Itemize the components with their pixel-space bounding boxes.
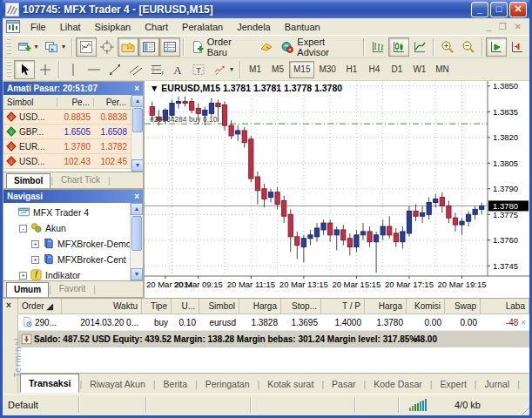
- close-order-icon[interactable]: ×: [521, 318, 526, 327]
- terminal-tab-peringatan[interactable]: Peringatan: [198, 375, 258, 393]
- market-watch-row[interactable]: ↓USD...102.43102.45: [3, 154, 131, 169]
- new-chart-button[interactable]: ▾: [14, 37, 41, 57]
- line-chart-button[interactable]: [409, 37, 430, 57]
- market-watch-tab-chart-tick[interactable]: Chart Tick: [53, 172, 108, 188]
- expert-advisor-button[interactable]: Expert Advisor: [277, 37, 360, 57]
- profile-status[interactable]: Default: [3, 397, 79, 413]
- scroll-up-icon[interactable]: ▲: [131, 203, 143, 215]
- resize-grip[interactable]: [517, 403, 529, 415]
- crosshair-tool-button[interactable]: [35, 60, 56, 79]
- market-watch-scrollbar[interactable]: ▲ ▼: [131, 95, 143, 172]
- collapse-icon[interactable]: -: [19, 225, 27, 233]
- crosshair-mode-button[interactable]: [97, 37, 118, 57]
- market-watch-close-icon[interactable]: ×: [134, 84, 139, 93]
- menu-file[interactable]: File: [24, 20, 53, 34]
- terminal-col-komisi[interactable]: Komisi: [407, 299, 445, 314]
- scroll-up-icon[interactable]: ▲: [131, 95, 143, 107]
- vertical-line-tool-button[interactable]: [63, 60, 84, 79]
- horizontal-line-tool-button[interactable]: [84, 60, 104, 79]
- expand-icon[interactable]: +: [31, 240, 39, 248]
- tree-item-mfxbroker-demo[interactable]: +MFXBroker-Demo: [3, 236, 130, 252]
- terminal-tab-transaksi[interactable]: Transaksi: [20, 374, 79, 393]
- market-watch-row[interactable]: ↑GBP...1.65051.6508: [3, 125, 131, 139]
- chart-canvas[interactable]: 1.38501.38351.38201.38051.37901.37751.37…: [145, 81, 530, 298]
- templates-button[interactable]: [118, 37, 138, 57]
- chart-shift-button[interactable]: [507, 37, 528, 57]
- terminal-tab-berita[interactable]: Berita: [156, 375, 195, 393]
- candlestick-chart-button[interactable]: [388, 37, 409, 57]
- order-row[interactable]: 290...2014.03.20 0...buy0.10eurusd1.3828…: [18, 314, 529, 331]
- chart-window[interactable]: 1.38501.38351.38201.38051.37901.37751.37…: [144, 81, 530, 298]
- tree-item-indikator[interactable]: +fIndikator: [3, 267, 130, 280]
- maximize-button[interactable]: □: [490, 2, 508, 17]
- toolbar-grip[interactable]: [7, 38, 11, 56]
- toolbar-grip[interactable]: [7, 61, 11, 78]
- tick-chart-button[interactable]: [76, 37, 97, 57]
- scroll-down-icon[interactable]: ▼: [131, 159, 143, 172]
- expand-icon[interactable]: +: [19, 272, 27, 280]
- profiles-button[interactable]: ▾: [41, 37, 68, 57]
- menu-chart[interactable]: Chart: [138, 20, 175, 34]
- navigator-close-icon[interactable]: ×: [134, 192, 139, 201]
- terminal-col-order[interactable]: Order ◢: [18, 299, 62, 314]
- market-watch-toggle-button[interactable]: [138, 37, 159, 57]
- menu-sisipkan[interactable]: Sisipkan: [88, 20, 138, 34]
- terminal-col-waktu[interactable]: Waktu: [62, 299, 142, 314]
- terminal-tab-kode-dasar[interactable]: Kode Dasar: [366, 375, 429, 393]
- terminal-tab-pasar[interactable]: Pasar: [324, 375, 363, 393]
- timeframe-h1-button[interactable]: H1: [340, 61, 363, 78]
- timeframe-m1-button[interactable]: M1: [244, 61, 266, 78]
- close-button[interactable]: ✕: [509, 2, 527, 17]
- order-baru-button[interactable]: Order Baru: [187, 37, 257, 57]
- tree-item-akun[interactable]: -Akun: [3, 220, 130, 236]
- menu-jendela[interactable]: Jendela: [230, 20, 278, 34]
- timeframe-mn-button[interactable]: MN: [431, 61, 454, 78]
- terminal-col-tipe[interactable]: Tipe: [142, 299, 172, 314]
- timeframe-w1-button[interactable]: W1: [408, 61, 431, 78]
- market-watch-titlebar[interactable]: Amati Pasar: 20:51:07 ×: [3, 82, 143, 95]
- navigator-scrollbar[interactable]: ▲ ▼: [130, 203, 143, 280]
- channel-tool-button[interactable]: [125, 60, 146, 79]
- tree-item-mfx-trader-4[interactable]: MFX Trader 4: [3, 205, 130, 220]
- text-tool-button[interactable]: A: [167, 60, 188, 79]
- navigator-toggle-button[interactable]: [159, 37, 180, 57]
- terminal-tab-riwayat-akun[interactable]: Riwayat Akun: [82, 375, 153, 393]
- terminal-col-harga[interactable]: Harga: [365, 299, 407, 314]
- timeframe-h4-button[interactable]: H4: [363, 61, 386, 78]
- market-watch-row[interactable]: ↓USD...0.88350.8838: [3, 110, 131, 125]
- terminal-col-stop-[interactable]: Stop...: [281, 299, 321, 314]
- col-ask[interactable]: Per...: [94, 98, 131, 107]
- auto-scroll-button[interactable]: [486, 37, 507, 57]
- tree-item-mfxbroker-cent[interactable]: +MFXBroker-Cent: [3, 252, 130, 267]
- navigator-titlebar[interactable]: Navigasi ×: [3, 190, 143, 203]
- terminal-tab-jurnal[interactable]: Jurnal: [477, 375, 518, 393]
- terminal-close-icon[interactable]: ×: [6, 300, 11, 310]
- fibonacci-tool-button[interactable]: F: [146, 60, 167, 79]
- cursor-tool-button[interactable]: [14, 60, 35, 79]
- arrows-tool-button[interactable]: ▾: [209, 60, 237, 79]
- terminal-tab-kotak-surat[interactable]: Kotak surat: [259, 375, 321, 393]
- label-tool-button[interactable]: T: [188, 60, 209, 79]
- trendline-tool-button[interactable]: [104, 60, 125, 79]
- terminal-col-swap[interactable]: Swap: [445, 299, 481, 314]
- timeframe-m30-button[interactable]: M30: [314, 61, 340, 78]
- minimize-button[interactable]: _: [471, 2, 488, 17]
- menu-lihat[interactable]: Lihat: [53, 20, 88, 34]
- terminal-col-simbol[interactable]: Simbol: [199, 299, 239, 314]
- menu-peralatan[interactable]: Peralatan: [175, 20, 230, 34]
- market-watch-tab-simbol[interactable]: Simbol: [6, 173, 51, 189]
- terminal-col-u-[interactable]: U...: [172, 299, 199, 314]
- menu-bantuan[interactable]: Bantuan: [278, 20, 327, 34]
- navigator-tab-favorit[interactable]: Favorit: [51, 281, 94, 297]
- timeframe-d1-button[interactable]: D1: [386, 61, 408, 78]
- script-button[interactable]: [256, 37, 277, 57]
- terminal-col-laba[interactable]: Laba: [481, 299, 529, 314]
- terminal-tab-expert[interactable]: Expert: [432, 375, 474, 393]
- navigator-tab-umum[interactable]: Umum: [6, 282, 49, 298]
- col-bid[interactable]: Pe...: [57, 98, 94, 107]
- timeframe-m5-button[interactable]: M5: [266, 61, 289, 78]
- child-window-controls[interactable]: _ ❐ ✕: [487, 22, 529, 31]
- col-simbol[interactable]: Simbol: [3, 98, 57, 107]
- scroll-down-icon[interactable]: ▼: [131, 268, 143, 280]
- zoom-out-button[interactable]: [458, 37, 479, 57]
